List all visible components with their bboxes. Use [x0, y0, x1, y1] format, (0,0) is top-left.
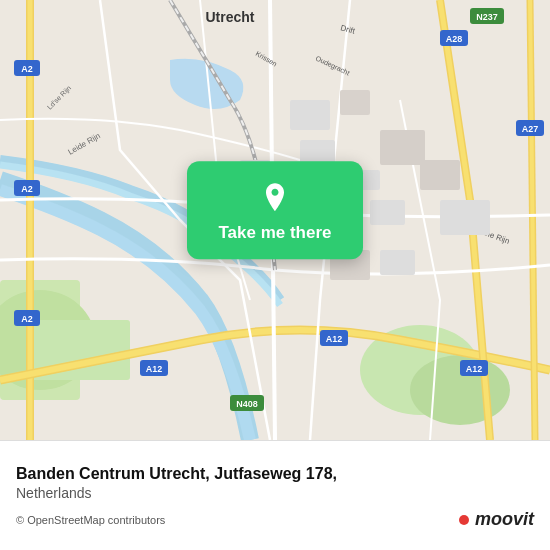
bottom-footer: © OpenStreetMap contributors moovit [16, 509, 534, 530]
svg-rect-35 [340, 90, 370, 115]
address-country: Netherlands [16, 485, 534, 501]
svg-text:A12: A12 [466, 364, 483, 374]
svg-rect-43 [440, 200, 490, 235]
svg-text:A27: A27 [522, 124, 539, 134]
svg-rect-37 [380, 130, 425, 165]
svg-rect-41 [370, 200, 405, 225]
svg-text:A2: A2 [21, 314, 33, 324]
map-container: A2 A2 A2 A12 A12 A12 A28 N237 N408 A27 U… [0, 0, 550, 440]
osm-credit: © OpenStreetMap contributors [16, 514, 165, 526]
svg-text:A2: A2 [21, 64, 33, 74]
svg-rect-34 [290, 100, 330, 130]
popup-card[interactable]: Take me there [187, 161, 363, 259]
bottom-bar: Banden Centrum Utrecht, Jutfaseweg 178, … [0, 440, 550, 550]
svg-text:A28: A28 [446, 34, 463, 44]
take-me-there-button[interactable]: Take me there [218, 223, 331, 243]
moovit-label: moovit [475, 509, 534, 530]
svg-text:Utrecht: Utrecht [205, 9, 254, 25]
svg-rect-42 [420, 160, 460, 190]
moovit-dot-icon [459, 515, 469, 525]
location-pin-icon [257, 179, 293, 215]
svg-rect-46 [380, 250, 415, 275]
svg-text:N237: N237 [476, 12, 498, 22]
svg-text:N408: N408 [236, 399, 258, 409]
svg-text:A2: A2 [21, 184, 33, 194]
moovit-logo: moovit [459, 509, 534, 530]
address-title: Banden Centrum Utrecht, Jutfaseweg 178, [16, 465, 534, 483]
svg-text:A12: A12 [146, 364, 163, 374]
svg-text:A12: A12 [326, 334, 343, 344]
